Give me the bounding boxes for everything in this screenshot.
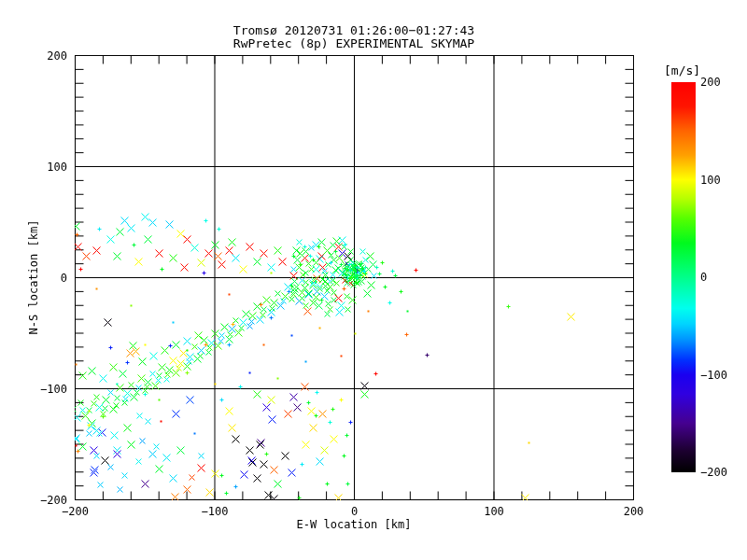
y-axis-tick-label: −200 bbox=[24, 494, 67, 507]
skymap-figure: Tromsø 20120731 01:26:00−01:27:43 RwPret… bbox=[0, 0, 747, 560]
colorbar-unit-label: [m/s] bbox=[664, 63, 700, 77]
skymap-plot-canvas bbox=[0, 0, 747, 560]
colorbar-tick-label: 0 bbox=[700, 271, 707, 284]
colorbar-tick-label: 200 bbox=[700, 76, 721, 89]
plot-title-line2: RwPretec (8p) EXPERIMENTAL SKYMAP bbox=[75, 37, 633, 50]
y-axis-tick-label: −100 bbox=[24, 383, 67, 396]
y-axis-tick-label: 0 bbox=[24, 272, 67, 285]
plot-title-line1: Tromsø 20120731 01:26:00−01:27:43 bbox=[75, 24, 633, 37]
colorbar-gradient bbox=[671, 82, 696, 472]
x-axis-tick-label: −200 bbox=[48, 505, 104, 518]
x-axis-tick-label: 100 bbox=[466, 505, 522, 518]
colorbar-tick-label: −200 bbox=[700, 466, 727, 479]
colorbar-tick-label: −100 bbox=[700, 369, 727, 382]
x-axis-tick-label: 200 bbox=[606, 505, 662, 518]
y-axis-tick-label: 200 bbox=[24, 49, 67, 63]
x-axis-title: E-W location [km] bbox=[75, 518, 633, 531]
y-axis-tick-label: 100 bbox=[24, 161, 67, 174]
colorbar-tick-label: 100 bbox=[700, 174, 721, 187]
x-axis-tick-label: −100 bbox=[187, 505, 243, 518]
x-axis-tick-label: 0 bbox=[327, 505, 383, 518]
